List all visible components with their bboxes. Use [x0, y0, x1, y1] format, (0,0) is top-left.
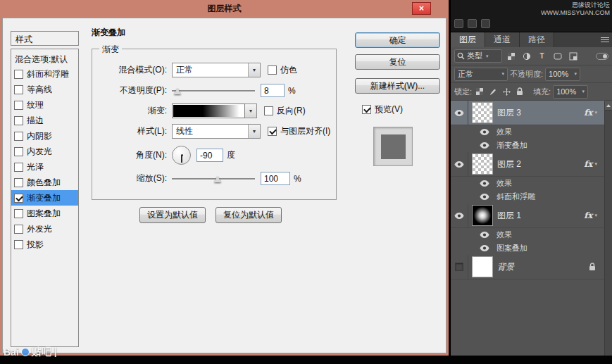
layer-name[interactable]: 图层 1	[497, 210, 584, 222]
style-checkbox[interactable]	[14, 85, 23, 94]
lock-transparency-icon[interactable]	[474, 86, 485, 97]
effect-row-1-0[interactable]: 效果	[451, 177, 604, 190]
panel-icon[interactable]	[481, 19, 490, 28]
layer-name[interactable]: 图层 2	[497, 158, 584, 170]
preview-checkbox-row[interactable]: 预览(V)	[362, 103, 444, 115]
style-item-7[interactable]: 颜色叠加	[11, 175, 78, 190]
style-item-0[interactable]: 斜面和浮雕	[11, 66, 78, 82]
tab-2[interactable]: 路径	[520, 32, 554, 47]
dither-checkbox[interactable]	[268, 65, 277, 75]
style-item-1[interactable]: 等高线	[11, 82, 78, 97]
filter-toggle[interactable]	[596, 53, 608, 60]
lock-all-icon[interactable]	[514, 86, 525, 97]
angle-input[interactable]: -90	[196, 149, 223, 162]
layer-name[interactable]: 背景	[497, 261, 589, 273]
layer-row-1[interactable]: 图层 2fx▾	[451, 152, 604, 177]
style-checkbox[interactable]	[14, 116, 23, 125]
style-checkbox[interactable]	[14, 70, 23, 79]
new-style-button[interactable]: 新建样式(W)...	[355, 78, 440, 94]
reverse-checkbox[interactable]	[264, 106, 273, 115]
layer-row-0[interactable]: 图层 3fx▾	[451, 101, 604, 125]
style-checkbox[interactable]	[14, 240, 23, 249]
fx-icon[interactable]: fx▾	[584, 108, 597, 118]
scroll-up-button[interactable]	[605, 101, 612, 111]
blend-mode-select[interactable]: 正常 ▾	[172, 63, 261, 77]
style-checkbox[interactable]	[14, 132, 23, 141]
make-default-button[interactable]: 设置为默认值	[139, 207, 206, 223]
layer-thumbnail[interactable]	[473, 206, 492, 225]
panel-menu-icon[interactable]	[598, 32, 612, 47]
effect-visibility-toggle[interactable]	[479, 194, 490, 200]
style-item-4[interactable]: 内阴影	[11, 128, 78, 144]
effect-row-0-0[interactable]: 效果	[451, 125, 604, 139]
style-checkbox[interactable]	[14, 225, 23, 234]
style-checkbox[interactable]	[14, 178, 23, 187]
effect-visibility-toggle[interactable]	[479, 245, 490, 251]
style-checkbox[interactable]	[14, 163, 23, 172]
tab-0[interactable]: 图层	[451, 32, 485, 47]
dialog-titlebar[interactable]: 图层样式 ×	[2, 0, 446, 18]
layer-row-2[interactable]: 图层 1fx▾	[451, 203, 604, 228]
layer-opacity-select[interactable]: 100% ▾	[545, 68, 580, 81]
style-select[interactable]: 线性 ▾	[172, 124, 261, 139]
gradient-preview[interactable]	[172, 103, 245, 118]
align-checkbox[interactable]	[268, 127, 277, 136]
scale-slider[interactable]	[172, 173, 255, 184]
style-item-3[interactable]: 描边	[11, 113, 78, 128]
close-button[interactable]: ×	[412, 2, 431, 15]
layer-fill-select[interactable]: 100% ▾	[553, 85, 588, 99]
effect-visibility-toggle[interactable]	[479, 129, 490, 135]
effect-row-0-1[interactable]: 渐变叠加	[451, 139, 604, 152]
blending-options-item[interactable]: 混合选项:默认	[11, 51, 78, 66]
visibility-toggle[interactable]	[451, 101, 468, 125]
dither-checkbox-row[interactable]: 仿色	[268, 64, 297, 76]
layer-thumbnail[interactable]	[473, 103, 492, 123]
ok-button[interactable]: 确定	[355, 32, 440, 48]
effect-visibility-toggle[interactable]	[479, 180, 490, 187]
panel-icon[interactable]	[468, 19, 477, 28]
style-item-5[interactable]: 内发光	[11, 144, 78, 159]
layer-blend-mode-select[interactable]: 正常 ▾	[454, 68, 508, 81]
adjustment-filter-icon[interactable]	[520, 50, 533, 62]
lock-paint-icon[interactable]	[487, 86, 499, 97]
layer-row-3[interactable]: 背景	[451, 255, 604, 280]
style-item-6[interactable]: 光泽	[11, 159, 78, 175]
style-item-10[interactable]: 外发光	[11, 221, 78, 237]
layers-scrollbar[interactable]	[604, 101, 612, 356]
style-checkbox[interactable]	[14, 194, 23, 203]
fx-icon[interactable]: fx▾	[584, 159, 597, 169]
panel-icon[interactable]	[454, 19, 463, 28]
reset-button[interactable]: 复位	[355, 54, 440, 70]
angle-dial[interactable]	[172, 146, 191, 165]
align-checkbox-row[interactable]: 与图层对齐(I)	[268, 125, 330, 137]
reset-default-button[interactable]: 复位为默认值	[216, 207, 282, 223]
style-checkbox[interactable]	[14, 101, 23, 110]
type-filter-icon[interactable]: T	[535, 50, 549, 62]
layer-thumbnail[interactable]	[473, 154, 492, 174]
smart-object-filter-icon[interactable]	[566, 50, 580, 62]
opacity-slider-thumb[interactable]	[174, 88, 181, 94]
style-item-9[interactable]: 图案叠加	[11, 206, 78, 221]
effect-visibility-toggle[interactable]	[479, 142, 490, 149]
style-item-8[interactable]: 渐变叠加	[11, 190, 78, 206]
effect-row-2-1[interactable]: 图案叠加	[451, 241, 604, 255]
opacity-slider[interactable]	[172, 85, 255, 96]
pixel-filter-icon[interactable]	[504, 50, 518, 62]
filter-kind-select[interactable]: 类型 ▾	[454, 49, 502, 63]
style-item-11[interactable]: 投影	[11, 237, 78, 252]
fx-icon[interactable]: fx▾	[584, 211, 597, 220]
lock-position-icon[interactable]	[501, 86, 512, 97]
style-item-2[interactable]: 纹理	[11, 97, 78, 113]
visibility-toggle[interactable]	[451, 203, 468, 227]
effect-visibility-toggle[interactable]	[479, 232, 490, 238]
visibility-toggle[interactable]	[451, 255, 468, 279]
effect-row-2-0[interactable]: 效果	[451, 228, 604, 241]
reverse-checkbox-row[interactable]: 反向(R)	[264, 105, 306, 117]
shape-filter-icon[interactable]	[551, 50, 564, 62]
style-checkbox[interactable]	[14, 147, 23, 156]
effect-row-1-1[interactable]: 斜面和浮雕	[451, 190, 604, 203]
layer-name[interactable]: 图层 3	[497, 107, 584, 119]
visibility-toggle[interactable]	[451, 152, 468, 176]
scale-slider-thumb[interactable]	[214, 176, 221, 182]
style-checkbox[interactable]	[14, 209, 23, 218]
